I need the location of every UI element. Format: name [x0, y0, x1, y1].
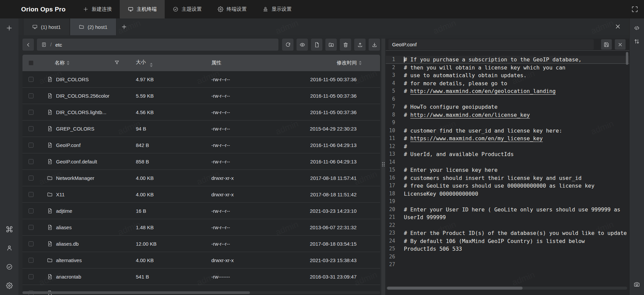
row-checkbox[interactable] — [29, 258, 34, 263]
sort-arrows-icon[interactable] — [359, 61, 362, 65]
settings-button[interactable] — [0, 278, 18, 293]
user-button[interactable] — [0, 241, 18, 255]
code-line-25[interactable]: 25ProductIds 506 533 — [386, 245, 629, 253]
panel-resize-handle[interactable] — [381, 39, 385, 295]
preview-button[interactable] — [297, 39, 308, 51]
code-line-18[interactable]: 18LicenseKey 000000000000 — [386, 190, 629, 198]
editor-hscrollbar-thumb[interactable] — [387, 287, 523, 290]
code-line-17[interactable]: 17# free GeoLite users should use 000000… — [386, 182, 629, 190]
script-editor-button[interactable] — [630, 21, 644, 35]
menu-item-5[interactable]: 显示设置 — [255, 0, 300, 18]
editor-filename-field[interactable]: GeoIP.conf — [388, 39, 594, 50]
table-row[interactable]: aliases.db12.00 KB-rw-r--r--2017-08-18 0… — [22, 236, 380, 252]
session-tab-1[interactable]: (1) host1 — [23, 18, 70, 35]
menu-item-2[interactable]: 主机终端 — [120, 0, 165, 18]
code-line-8[interactable]: 8# http://www.maxmind.com/en/license_key — [386, 111, 629, 119]
table-row[interactable]: anacrontab541 B-rw-------2016-03-31 23:0… — [22, 268, 380, 285]
theme-settings-button[interactable] — [0, 259, 18, 274]
table-row[interactable]: aliases1.48 KB-rw-r--r--2013-06-07 22:31… — [22, 219, 380, 236]
row-checkbox[interactable] — [29, 93, 34, 98]
download-button[interactable] — [369, 39, 380, 51]
code-line-14[interactable]: 14 — [386, 158, 629, 166]
table-row[interactable]: DIR_COLORS.lightb...4.56 KB-rw-r--r--201… — [22, 104, 380, 120]
code-line-20[interactable]: 20# Enter your User ID here ( GeoLite on… — [386, 206, 629, 214]
refresh-button[interactable] — [282, 39, 293, 51]
row-checkbox[interactable] — [29, 225, 34, 230]
row-checkbox[interactable] — [29, 208, 34, 213]
upload-button[interactable] — [354, 39, 366, 51]
url-link[interactable]: http://www.maxmind.com/en/geolocation_la… — [410, 88, 555, 94]
new-file-button[interactable] — [311, 39, 322, 51]
column-header-mtime[interactable]: 修改时间 — [276, 60, 380, 66]
url-link[interactable]: http://www.maxmind.com/en/license_key — [410, 112, 530, 118]
close-editor-button[interactable] — [615, 39, 626, 50]
table-row[interactable]: DIR_COLORS.256color5.59 KB-rw-r--r--2016… — [22, 88, 380, 104]
breadcrumb[interactable]: / etc — [37, 39, 278, 51]
code-line-26[interactable]: 26 — [386, 253, 629, 261]
code-line-7[interactable]: 7# HowTo configure geoipupdate — [386, 103, 629, 111]
close-session-button[interactable] — [614, 23, 621, 30]
table-row[interactable]: DIR_COLORS4.97 KB-rw-r--r--2016-11-05 00… — [22, 71, 380, 88]
code-line-9[interactable]: 9 — [386, 119, 629, 127]
menu-item-1[interactable]: 新建连接 — [75, 0, 120, 18]
code-line-13[interactable]: 13# UserId, and available ProductIds — [386, 150, 629, 158]
row-checkbox[interactable] — [29, 143, 34, 148]
code-line-4[interactable]: 4# for more details, please go to — [386, 80, 629, 88]
delete-button[interactable] — [340, 39, 351, 51]
row-checkbox[interactable] — [29, 126, 34, 131]
row-checkbox[interactable] — [29, 77, 34, 82]
row-checkbox[interactable] — [29, 176, 34, 181]
editor-hscrollbar[interactable] — [386, 287, 627, 290]
code-line-2[interactable]: 2# then you will obtain a license key wh… — [386, 64, 629, 72]
table-row[interactable]: NetworkManager4.00 KBdrwxr-xr-x2017-08-1… — [22, 170, 380, 186]
code-line-16[interactable]: 16# customers should insert their licens… — [386, 174, 629, 182]
row-checkbox[interactable] — [29, 159, 34, 164]
table-row[interactable]: GeoIP.conf842 B-rw-r--r--2016-11-06 04:2… — [22, 137, 380, 153]
code-line-11[interactable]: 11# https://www.maxmind.com/en/my_licens… — [386, 135, 629, 143]
code-line-15[interactable]: 15# Enter your license key here — [386, 166, 629, 174]
column-header-name[interactable]: 名称 — [39, 60, 125, 66]
file-table-hscrollbar[interactable] — [22, 291, 380, 294]
menu-item-4[interactable]: 终端设置 — [210, 0, 255, 18]
fullscreen-icon[interactable] — [631, 6, 638, 13]
url-link[interactable]: https://www.maxmind.com/en/my_license_ke… — [410, 135, 543, 142]
code-line-3[interactable]: 3# use to automatically obtain updates. — [386, 71, 629, 80]
code-line-12[interactable]: 12# — [386, 143, 629, 151]
new-connection-button[interactable] — [0, 20, 18, 35]
code-line-21[interactable]: 21UserId 999999 — [386, 213, 629, 222]
select-all-checkbox[interactable] — [29, 60, 34, 65]
new-folder-button[interactable] — [325, 39, 337, 51]
file-table-hscrollbar-thumb[interactable] — [22, 291, 250, 294]
new-tab-button[interactable] — [116, 18, 132, 35]
code-line-1[interactable]: 1# If you purchase a subscription to the… — [386, 56, 629, 64]
code-line-19[interactable]: 19 — [386, 198, 629, 206]
editor-code-area[interactable]: 1# If you purchase a subscription to the… — [386, 51, 629, 286]
code-line-5[interactable]: 5# http://www.maxmind.com/en/geolocation… — [386, 87, 629, 95]
code-line-23[interactable]: 23# Enter the Product ID(s) of the datab… — [386, 229, 629, 237]
code-line-10[interactable]: 10# customer find the user_id and licens… — [386, 127, 629, 135]
session-tab-2[interactable]: (2) host1 — [70, 18, 116, 35]
shortcut-keys-button[interactable] — [0, 222, 18, 237]
table-row[interactable]: GREP_COLORS94 B-rw-r--r--2015-04-29 22:3… — [22, 120, 380, 137]
row-checkbox[interactable] — [29, 241, 34, 246]
sort-arrows-icon[interactable] — [67, 61, 69, 65]
table-row[interactable]: alternatives4.00 KBdrwxr-xr-x2021-03-23 … — [22, 252, 380, 268]
menu-item-3[interactable]: 主题设置 — [165, 0, 210, 18]
table-row[interactable]: X114.00 KBdrwxr-xr-x2017-08-18 11:51:42 — [22, 186, 380, 203]
column-header-size[interactable]: 大小 — [125, 59, 191, 67]
save-file-button[interactable] — [601, 39, 612, 50]
row-checkbox[interactable] — [29, 192, 34, 197]
back-button[interactable] — [22, 39, 34, 51]
editor-vscrollbar-thumb[interactable] — [626, 52, 628, 65]
code-line-22[interactable]: 22 — [386, 222, 629, 230]
sort-arrows-icon[interactable] — [150, 63, 153, 67]
filter-icon[interactable] — [114, 60, 120, 65]
row-checkbox[interactable] — [29, 110, 34, 115]
table-row[interactable]: GeoIP.conf.default858 B-rw-r--r--2016-11… — [22, 153, 380, 170]
sort-order-button[interactable] — [630, 35, 644, 48]
screenshot-button[interactable] — [630, 278, 644, 291]
code-line-27[interactable]: 27 — [386, 261, 629, 269]
table-row[interactable]: adjtime16 B-rw-r--r--2021-03-23 14:23:10 — [22, 203, 380, 219]
row-checkbox[interactable] — [29, 274, 34, 279]
code-line-6[interactable]: 6 — [386, 95, 629, 103]
